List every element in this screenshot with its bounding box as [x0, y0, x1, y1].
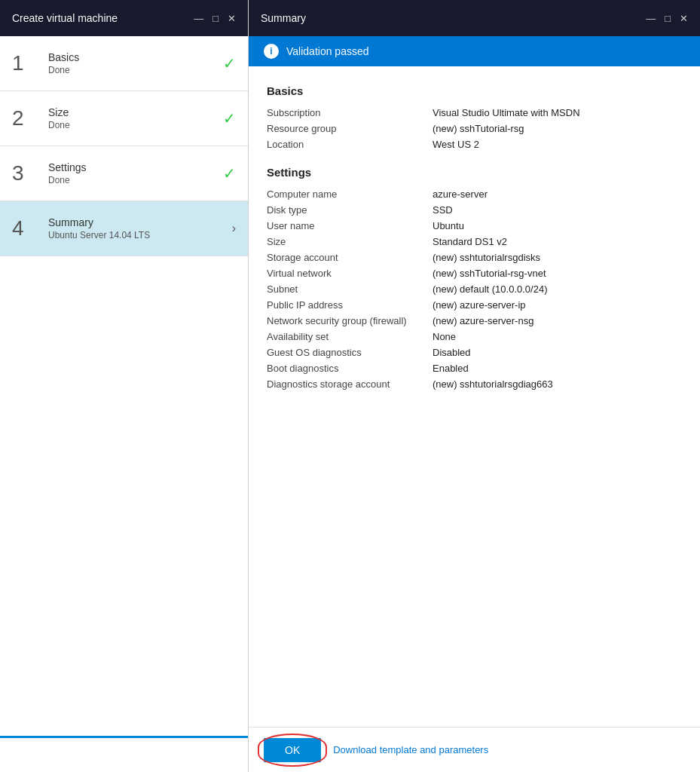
right-maximize-button[interactable]: □ — [665, 13, 671, 24]
step-4-arrow: › — [232, 222, 236, 235]
label-location: Location — [267, 139, 433, 150]
value-diag-storage: (new) sshtutorialrsgdiag663 — [433, 378, 682, 390]
value-availability-set: None — [433, 331, 682, 342]
step-3-name: Settings — [48, 161, 223, 173]
label-user-name: User name — [267, 220, 433, 231]
settings-section-title: Settings — [267, 166, 682, 179]
value-subscription: Visual Studio Ultimate with MSDN — [433, 107, 682, 118]
right-footer: OK Download template and parameters — [249, 727, 700, 772]
row-storage-account: Storage account (new) sshtutorialrsgdisk… — [267, 250, 682, 265]
value-size: Standard DS1 v2 — [433, 236, 682, 247]
step-1-sub: Done — [48, 65, 223, 75]
step-2-info: Size Done — [48, 106, 223, 130]
left-close-button[interactable]: ✕ — [228, 13, 236, 24]
step-1-name: Basics — [48, 51, 223, 63]
left-footer — [0, 736, 248, 772]
basics-section-title: Basics — [267, 84, 682, 97]
step-3-number: 3 — [12, 163, 39, 184]
value-nsg: (new) azure-server-nsg — [433, 315, 682, 326]
step-4-info: Summary Ubuntu Server 14.04 LTS — [48, 216, 232, 240]
row-resource-group: Resource group (new) sshTutorial-rsg — [267, 121, 682, 136]
value-resource-group: (new) sshTutorial-rsg — [433, 123, 682, 134]
step-3-info: Settings Done — [48, 161, 223, 185]
info-icon: i — [264, 44, 279, 59]
validation-message: Validation passed — [286, 45, 368, 57]
row-subnet: Subnet (new) default (10.0.0.0/24) — [267, 281, 682, 297]
left-panel: Create virtual machine — □ ✕ 1 Basics Do… — [0, 0, 249, 772]
left-panel-title: Create virtual machine — [12, 12, 118, 24]
ok-button[interactable]: OK — [264, 738, 321, 762]
value-guest-os-diagnostics: Disabled — [433, 347, 682, 358]
row-public-ip: Public IP address (new) azure-server-ip — [267, 297, 682, 313]
label-disk-type: Disk type — [267, 204, 433, 216]
steps-container: 1 Basics Done ✓ 2 Size Done ✓ 3 Settings… — [0, 36, 248, 736]
row-subscription: Subscription Visual Studio Ultimate with… — [267, 105, 682, 121]
step-1-info: Basics Done — [48, 51, 223, 75]
row-user-name: User name Ubuntu — [267, 218, 682, 234]
step-basics[interactable]: 1 Basics Done ✓ — [0, 36, 248, 91]
label-subscription: Subscription — [267, 107, 433, 118]
right-panel-title: Summary — [261, 12, 306, 24]
validation-bar: i Validation passed — [249, 36, 700, 66]
label-size: Size — [267, 236, 433, 247]
step-4-number: 4 — [12, 218, 39, 239]
step-size[interactable]: 2 Size Done ✓ — [0, 91, 248, 146]
step-4-sub: Ubuntu Server 14.04 LTS — [48, 230, 232, 240]
value-location: West US 2 — [433, 139, 682, 150]
step-2-number: 2 — [12, 108, 39, 129]
step-2-name: Size — [48, 106, 223, 118]
label-subnet: Subnet — [267, 283, 433, 295]
left-header: Create virtual machine — □ ✕ — [0, 0, 248, 36]
value-boot-diagnostics: Enabled — [433, 363, 682, 374]
summary-content: Basics Subscription Visual Studio Ultima… — [249, 66, 700, 727]
step-2-sub: Done — [48, 120, 223, 130]
step-summary[interactable]: 4 Summary Ubuntu Server 14.04 LTS › — [0, 201, 248, 256]
step-2-checkmark: ✓ — [223, 109, 236, 127]
step-3-sub: Done — [48, 175, 223, 185]
value-public-ip: (new) azure-server-ip — [433, 299, 682, 311]
row-size: Size Standard DS1 v2 — [267, 234, 682, 250]
left-window-controls: — □ ✕ — [194, 13, 236, 24]
value-user-name: Ubuntu — [433, 220, 682, 231]
left-maximize-button[interactable]: □ — [212, 13, 219, 24]
step-3-checkmark: ✓ — [223, 164, 236, 182]
label-diag-storage: Diagnostics storage account — [267, 378, 433, 390]
right-window-controls: — □ ✕ — [646, 13, 688, 24]
row-diag-storage: Diagnostics storage account (new) sshtut… — [267, 376, 682, 392]
step-4-name: Summary — [48, 216, 232, 228]
right-minimize-button[interactable]: — — [646, 13, 656, 24]
label-computer-name: Computer name — [267, 188, 433, 200]
value-disk-type: SSD — [433, 204, 682, 216]
step-1-number: 1 — [12, 53, 39, 74]
label-public-ip: Public IP address — [267, 299, 433, 311]
value-virtual-network: (new) sshTutorial-rsg-vnet — [433, 268, 682, 279]
value-subnet: (new) default (10.0.0.0/24) — [433, 283, 682, 295]
row-nsg: Network security group (firewall) (new) … — [267, 313, 682, 329]
row-boot-diagnostics: Boot diagnostics Enabled — [267, 360, 682, 376]
left-minimize-button[interactable]: — — [194, 13, 203, 24]
label-virtual-network: Virtual network — [267, 268, 433, 279]
label-guest-os-diagnostics: Guest OS diagnostics — [267, 347, 433, 358]
row-disk-type: Disk type SSD — [267, 202, 682, 218]
value-computer-name: azure-server — [433, 188, 682, 200]
label-resource-group: Resource group — [267, 123, 433, 134]
label-nsg: Network security group (firewall) — [267, 315, 433, 326]
step-settings[interactable]: 3 Settings Done ✓ — [0, 146, 248, 201]
row-computer-name: Computer name azure-server — [267, 186, 682, 202]
label-availability-set: Availability set — [267, 331, 433, 342]
row-virtual-network: Virtual network (new) sshTutorial-rsg-vn… — [267, 265, 682, 281]
right-header: Summary — □ ✕ — [249, 0, 700, 36]
right-panel: Summary — □ ✕ i Validation passed Basics… — [249, 0, 700, 772]
download-template-link[interactable]: Download template and parameters — [333, 744, 488, 755]
label-boot-diagnostics: Boot diagnostics — [267, 363, 433, 374]
row-availability-set: Availability set None — [267, 329, 682, 345]
right-close-button[interactable]: ✕ — [680, 13, 688, 24]
value-storage-account: (new) sshtutorialrsgdisks — [433, 252, 682, 263]
label-storage-account: Storage account — [267, 252, 433, 263]
row-guest-os-diagnostics: Guest OS diagnostics Disabled — [267, 345, 682, 360]
step-1-checkmark: ✓ — [223, 54, 236, 72]
row-location: Location West US 2 — [267, 136, 682, 152]
